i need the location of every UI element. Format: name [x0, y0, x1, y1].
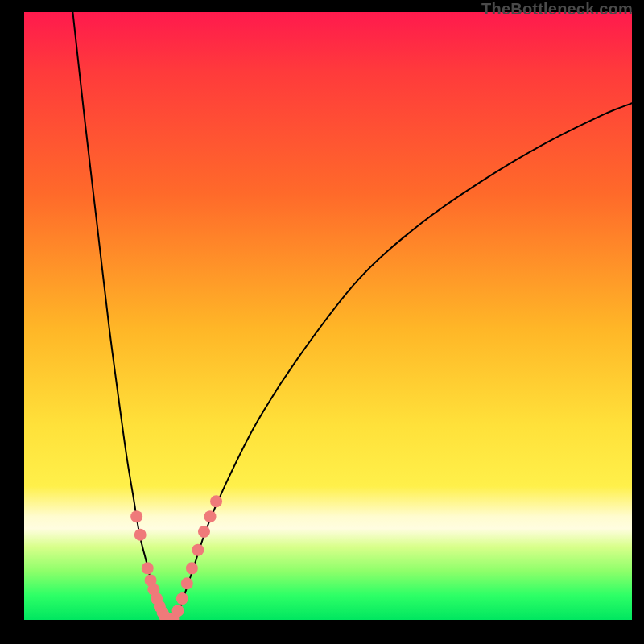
bead-point — [130, 510, 142, 522]
chart-frame: TheBottleneck.com — [0, 0, 644, 644]
bead-point — [142, 562, 154, 574]
bead-point — [172, 605, 184, 617]
curves-svg — [24, 12, 632, 620]
curve-left-branch — [72, 12, 167, 620]
bead-point — [198, 526, 210, 538]
bead-point — [210, 495, 222, 507]
bead-point — [186, 562, 198, 574]
bead-point — [134, 529, 147, 541]
curve-right-branch — [176, 103, 632, 620]
watermark-text: TheBottleneck.com — [481, 0, 633, 19]
plot-area — [24, 12, 632, 620]
bead-point — [176, 592, 188, 605]
bead-point — [192, 544, 204, 556]
bead-point — [181, 577, 193, 589]
bead-point — [204, 510, 217, 522]
